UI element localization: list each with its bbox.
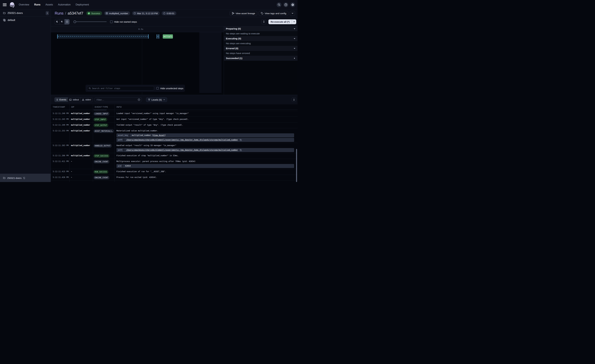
log-timestamp[interactable]: 5:12:11.240 PM [51, 112, 69, 116]
zoom-slider[interactable] [73, 21, 107, 23]
log-timestamp[interactable]: 5:12:11.243 PM [51, 118, 69, 121]
log-timestamp[interactable]: 5:12:11.411 PM [51, 160, 69, 168]
search-icon[interactable] [276, 2, 281, 7]
checkbox-box [110, 21, 113, 23]
metadata-link[interactable]: View Asset [153, 134, 164, 137]
event-type-pill: HANDLED_OUTPUT [93, 144, 112, 148]
zoom-slider-knob[interactable] [73, 21, 76, 23]
section-header-errored[interactable]: Errored (0) [224, 46, 298, 51]
nav-link-overview[interactable]: Overview [19, 3, 29, 6]
gantt-toolbar: Hide not started steps Re-execute all (*… [51, 17, 298, 26]
log-op: multiplied_number [69, 112, 93, 116]
filter-funnel-icon [148, 98, 150, 101]
event-type-pill: STEP_OUTPUT [93, 123, 108, 127]
log-op: multiplied_number [69, 144, 93, 152]
gantt-flat-icon [56, 21, 58, 23]
log-timestamp[interactable]: 5:12:11.266 PM [51, 154, 69, 158]
waterfall-view-button[interactable] [60, 19, 64, 24]
levels-filter-button[interactable]: Levels (5) [146, 97, 167, 102]
log-scrollbar[interactable] [296, 149, 297, 182]
partial-log-row [51, 110, 298, 111]
view-tags-and-config-button[interactable]: View tags and config [259, 11, 288, 16]
log-timestamp[interactable]: 5:12:11.263 PM [51, 144, 69, 152]
reexecute-caret-button[interactable] [292, 19, 296, 24]
help-icon[interactable] [283, 2, 288, 7]
gantt-waterfall-icon [61, 21, 63, 23]
sidebar-item-default[interactable]: default [0, 17, 51, 23]
breadcrumb-separator: / [65, 11, 66, 15]
hamburger-menu-button[interactable] [3, 3, 7, 7]
log-timestamp[interactable]: 5:12:11.249 PM [51, 123, 69, 127]
gantt-waiting-bar [57, 34, 149, 39]
log-timestamp[interactable]: 5:12:11.253 PM [51, 129, 69, 142]
metadata-link[interactable]: /Users/smackesey/stm/code/elementl/exper… [126, 148, 238, 152]
log-row[interactable]: 5:12:11.253 PMmultiplied_numberASSET_MAT… [51, 128, 298, 143]
log-timestamp[interactable]: 5:12:11.426 PM [51, 176, 69, 180]
sidebar-footer-code-location[interactable]: 250321-dvers [0, 174, 51, 182]
log-info-text: Materialized value multiplied_number. [116, 129, 298, 133]
gantt-step-bar[interactable]: multipli… [163, 34, 173, 39]
reexecute-all-button[interactable]: Re-execute all (*) [269, 19, 292, 24]
clock-icon [134, 12, 136, 14]
log-filter-input[interactable] [95, 97, 142, 102]
step-search-input[interactable] [87, 86, 154, 91]
nav-link-assets[interactable]: Assets [45, 3, 53, 6]
gear-icon[interactable] [290, 2, 295, 7]
run-tag-pill: 0:00:01 [162, 11, 176, 15]
metadata-text: multiplied_number [ [132, 134, 153, 137]
nav-link-deployment[interactable]: Deployment [76, 3, 89, 6]
asset-grid-icon [106, 12, 108, 14]
sidebar-item-code-location[interactable]: 250321-dvers 1 [0, 9, 51, 17]
tab-stdout[interactable]: stdout [68, 97, 80, 102]
log-row[interactable]: 5:12:11.240 PMmultiplied_numberLOADED_IN… [51, 111, 298, 117]
metadata-link[interactable]: /Users/smackesey/stm/code/elementl/exper… [126, 138, 238, 141]
folder-icon [3, 12, 6, 14]
flat-view-button[interactable] [55, 19, 60, 24]
section-header-preparing[interactable]: Preparing (0) [224, 26, 298, 31]
more-actions-chevron-button[interactable] [290, 11, 295, 16]
timed-view-button[interactable] [64, 19, 69, 24]
run-header: Runs / a5347ef7 Successmultiplied_number… [51, 9, 298, 17]
copy-icon[interactable] [240, 139, 242, 141]
section-header-executing[interactable]: Executing (0) [224, 36, 298, 41]
metadata-row: pid42654 [116, 164, 294, 168]
breadcrumb-runs-link[interactable]: Runs [55, 11, 64, 15]
log-timestamp[interactable]: 5:12:11.415 PM [51, 170, 69, 174]
log-row[interactable]: 5:12:11.263 PMmultiplied_numberHANDLED_O… [51, 143, 298, 153]
run-status-panel: Preparing (0)No steps are waiting to exe… [224, 26, 298, 95]
check-circle-icon [88, 12, 90, 15]
log-row[interactable]: 5:12:11.411 PM-ENGINE_EVENTMultiprocess … [51, 159, 298, 169]
hide-unselected-checkbox[interactable]: Hide unselected steps [156, 87, 183, 90]
zoom-slider-track [75, 21, 107, 22]
sync-icon[interactable] [23, 177, 25, 179]
nav-link-automation[interactable]: Automation [58, 3, 71, 6]
dagster-logo[interactable] [9, 2, 15, 8]
tab-events[interactable]: Events [54, 97, 68, 102]
caret-down-icon [294, 48, 296, 49]
event-type-pill: ENGINE_EVENT [93, 176, 110, 180]
nav-links: OverviewRunsAssetsAutomationDeployment [16, 3, 92, 6]
log-row[interactable]: 5:12:11.266 PMmultiplied_numberSTEP_SUCC… [51, 153, 298, 159]
log-row[interactable]: 5:12:11.249 PMmultiplied_numberSTEP_OUTP… [51, 122, 298, 128]
expand-panel-button[interactable] [261, 19, 266, 24]
column-divider [69, 104, 70, 182]
clear-filter-icon[interactable] [138, 98, 140, 101]
view-asset-lineage-button[interactable]: View asset lineage [230, 11, 257, 16]
log-row[interactable]: 5:12:11.415 PM-RUN_SUCCESSFinished execu… [51, 169, 298, 175]
run-tags: Successmultiplied_numberMar 21, 5:12:10 … [86, 11, 176, 15]
log-row[interactable]: 5:12:11.243 PMmultiplied_numberSTEP_INPU… [51, 117, 298, 122]
tab-stderr[interactable]: stderr [80, 97, 93, 102]
log-info-text: Multiprocess executor: parent process ex… [116, 160, 298, 163]
gantt-waiting-bar [157, 34, 159, 39]
section-header-succeeded[interactable]: Succeeded (1) [224, 56, 298, 61]
column-header-op: OP [69, 106, 93, 108]
nav-link-runs[interactable]: Runs [34, 3, 41, 6]
metadata-key: pid [117, 164, 123, 168]
expand-logs-button[interactable] [292, 98, 296, 102]
top-nav: OverviewRunsAssetsAutomationDeployment [0, 0, 298, 9]
hide-not-started-checkbox[interactable]: Hide not started steps [110, 21, 137, 23]
copy-icon[interactable] [240, 149, 242, 151]
log-info-text: Yielded output "result" of type "Any". (… [116, 123, 298, 127]
section-empty-message: No steps have errored [224, 51, 298, 56]
log-row[interactable]: 5:12:11.426 PM-ENGINE_EVENTProcess for r… [51, 175, 298, 181]
